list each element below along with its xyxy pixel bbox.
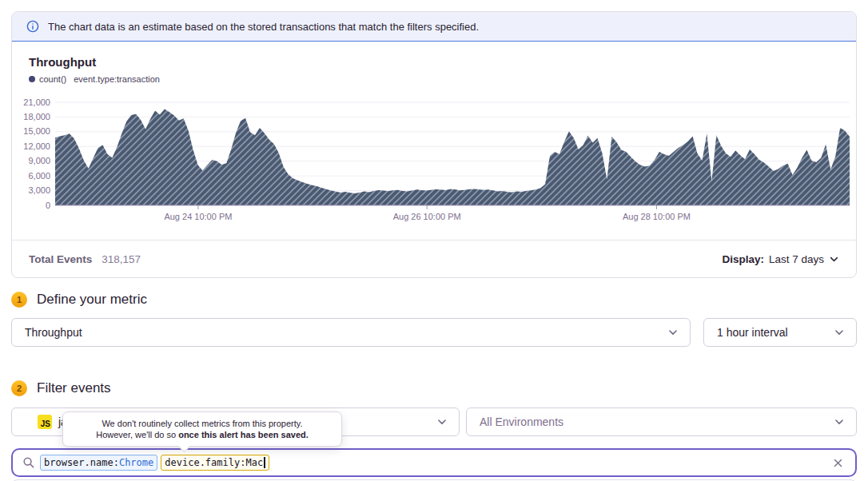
total-events: Total Events318,157 (29, 253, 141, 265)
display-value: Last 7 days (769, 253, 824, 265)
metric-warning-tooltip: We don't routinely collect metrics from … (62, 411, 342, 447)
display-period-dropdown[interactable]: Display: Last 7 days (722, 253, 839, 265)
chevron-down-icon (829, 254, 839, 264)
chart-panel: The chart data is an estimate based on t… (11, 11, 857, 278)
info-icon (26, 20, 39, 33)
y-axis-label: 18,000 (12, 111, 50, 123)
x-axis-label: Aug 28 10:00 PM (600, 212, 712, 221)
chart-area: 21,00018,00015,00012,0009,0006,0003,0000 (12, 95, 856, 235)
search-input[interactable]: browser.name:Chromedevice.family:Mac (11, 448, 857, 477)
step1-number-badge: 1 (11, 292, 27, 308)
chart-panel-footer: Total Events318,157 Display: Last 7 days (12, 240, 856, 277)
y-axis-label: 3,000 (12, 185, 50, 197)
search-token-device-family[interactable]: device.family:Mac (161, 455, 269, 471)
step1-title: Define your metric (37, 292, 147, 308)
total-events-value: 318,157 (102, 253, 141, 265)
area-series (55, 109, 850, 205)
chevron-down-icon (834, 416, 845, 427)
chevron-down-icon (834, 327, 845, 338)
throughput-area-chart (55, 95, 850, 210)
x-axis-label: Aug 26 10:00 PM (371, 212, 483, 221)
tooltip-line1: We don't routinely collect metrics from … (71, 418, 333, 429)
legend-series-label: count() (39, 74, 66, 84)
text-cursor (264, 457, 265, 468)
chart-section: Throughput count() event.type:transactio… (12, 42, 856, 240)
metric-row: Throughput 1 hour interval (11, 318, 857, 347)
chart-title: Throughput (29, 55, 96, 69)
banner-text: The chart data is an estimate based on t… (48, 21, 479, 33)
tooltip-line2: However, we'll do so once this alert has… (71, 429, 333, 440)
chevron-down-icon (436, 416, 448, 427)
environment-select-value: All Environments (480, 415, 834, 428)
interval-select-value: 1 hour interval (717, 326, 834, 339)
legend-dot-icon (29, 76, 35, 82)
y-axis-label: 9,000 (12, 155, 50, 167)
metric-select[interactable]: Throughput (11, 318, 691, 347)
y-axis-label: 21,000 (12, 97, 50, 109)
step2-title: Filter events (37, 380, 111, 396)
interval-select[interactable]: 1 hour interval (703, 318, 857, 347)
alert-builder-page: The chart data is an estimate based on t… (0, 0, 868, 481)
y-axis-label: 15,000 (12, 125, 50, 137)
display-label: Display: (722, 253, 764, 265)
step2-header: 2 Filter events (11, 378, 857, 399)
search-icon (22, 456, 35, 469)
search-token-row: browser.name:Chromedevice.family:Mac (40, 455, 832, 471)
search-section: We don't routinely collect metrics from … (11, 448, 857, 477)
x-axis-ticks (198, 205, 657, 209)
javascript-platform-icon: JS (38, 415, 52, 429)
total-events-label: Total Events (29, 253, 92, 265)
x-axis-label: Aug 24 10:00 PM (142, 212, 254, 221)
environment-select[interactable]: All Environments (466, 407, 857, 436)
metric-select-value: Throughput (25, 326, 667, 339)
chevron-down-icon (667, 327, 679, 338)
step2-number-badge: 2 (11, 380, 27, 396)
y-axis-label: 0 (12, 200, 50, 212)
chart-legend: count() event.type:transaction (29, 74, 160, 84)
clear-search-icon[interactable] (832, 457, 844, 469)
info-banner: The chart data is an estimate based on t… (12, 12, 856, 42)
y-axis-label: 12,000 (12, 141, 50, 153)
legend-filter-label: event.type:transaction (74, 74, 160, 84)
search-token-browser-name[interactable]: browser.name:Chrome (40, 455, 157, 471)
y-axis-label: 6,000 (12, 170, 50, 182)
step1-header: 1 Define your metric (11, 289, 857, 310)
